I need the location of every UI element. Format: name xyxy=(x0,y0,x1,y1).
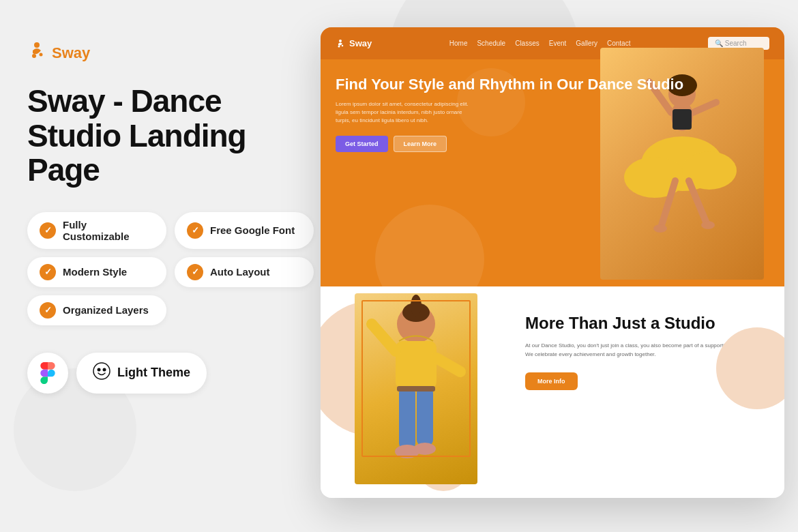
features-grid: ✓ Fully Customizable ✓ Free Google Font … xyxy=(27,212,314,325)
figma-icon xyxy=(37,362,59,384)
brand-logo: Sway xyxy=(27,41,314,65)
preview-second-left xyxy=(321,286,512,498)
feature-badge-free-google-font: ✓ Free Google Font xyxy=(175,212,314,249)
svg-point-20 xyxy=(701,221,715,229)
nav-link-gallery[interactable]: Gallery xyxy=(576,40,597,47)
nav-link-home[interactable]: Home xyxy=(449,40,468,47)
hero-decor-circle-1 xyxy=(375,205,484,286)
bottom-tools: Light Theme xyxy=(27,353,314,394)
dancer-2-frame xyxy=(361,300,471,457)
preview-panel: Sway Home Schedule Classes Event Gallery… xyxy=(321,27,784,498)
theme-badge: Light Theme xyxy=(76,353,207,394)
feature-label-3: Modern Style xyxy=(63,266,127,278)
preview-nav-brand: Sway xyxy=(336,38,372,48)
feature-label-1: Fully Customizable xyxy=(63,219,154,242)
learn-more-button[interactable]: Learn More xyxy=(394,136,447,152)
svg-point-0 xyxy=(34,42,40,48)
check-icon-2: ✓ xyxy=(187,222,203,239)
theme-label: Light Theme xyxy=(117,366,190,380)
feature-label-5: Organized Layers xyxy=(63,304,149,316)
preview-nav-links: Home Schedule Classes Event Gallery Cont… xyxy=(449,40,631,47)
nav-link-contact[interactable]: Contact xyxy=(607,40,630,47)
second-decor-circle-right xyxy=(716,327,784,409)
brand-icon xyxy=(27,41,46,65)
feature-label-2: Free Google Font xyxy=(210,224,295,236)
check-icon-4: ✓ xyxy=(187,264,203,280)
preview-hero-title: Find Your Style and Rhythm in Our Dance … xyxy=(336,76,769,93)
preview-hero-description: Lorem ipsum dolor sit amet, consectetur … xyxy=(336,100,472,125)
preview-second-right: More Than Just a Studio At our Dance Stu… xyxy=(512,286,784,498)
feature-badge-organized-layers: ✓ Organized Layers xyxy=(27,295,166,325)
page-title: Sway - Dance Studio Landing Page xyxy=(27,84,314,188)
nav-link-event[interactable]: Event xyxy=(549,40,567,47)
figma-button[interactable] xyxy=(27,353,68,394)
feature-badge-fully-customizable: ✓ Fully Customizable xyxy=(27,212,166,249)
preview-hero-buttons: Get Started Learn More xyxy=(336,136,769,152)
preview-hero-section: Sway Home Schedule Classes Event Gallery… xyxy=(321,27,784,286)
svg-point-19 xyxy=(653,224,667,233)
left-panel: Sway Sway - Dance Studio Landing Page ✓ … xyxy=(27,41,314,394)
svg-point-1 xyxy=(32,54,36,58)
check-icon-5: ✓ xyxy=(40,302,56,319)
svg-point-3 xyxy=(93,363,110,379)
preview-second-section: More Than Just a Studio At our Dance Stu… xyxy=(321,286,784,498)
nav-link-classes[interactable]: Classes xyxy=(515,40,540,47)
preview-hero-content: Find Your Style and Rhythm in Our Dance … xyxy=(321,59,784,168)
svg-point-2 xyxy=(40,53,43,57)
feature-badge-auto-layout: ✓ Auto Layout xyxy=(175,257,314,287)
preview-brand-icon xyxy=(336,39,345,48)
preview-second-title: More Than Just a Studio xyxy=(525,314,764,334)
nav-link-schedule[interactable]: Schedule xyxy=(477,40,505,47)
feature-badge-modern-style: ✓ Modern Style xyxy=(27,257,166,287)
get-started-button[interactable]: Get Started xyxy=(336,136,388,152)
brand-name-text: Sway xyxy=(52,44,90,62)
theme-icon xyxy=(93,362,110,384)
svg-point-4 xyxy=(98,368,101,371)
svg-point-8 xyxy=(342,44,344,46)
more-info-button[interactable]: More Info xyxy=(525,372,578,390)
theme-badge-icon xyxy=(93,362,110,380)
check-icon-3: ✓ xyxy=(40,264,56,280)
preview-brand-name: Sway xyxy=(349,38,372,48)
svg-point-6 xyxy=(339,40,342,42)
svg-point-5 xyxy=(103,368,106,371)
check-icon-1: ✓ xyxy=(40,222,56,239)
svg-point-7 xyxy=(338,45,340,47)
feature-label-4: Auto Layout xyxy=(210,266,270,278)
